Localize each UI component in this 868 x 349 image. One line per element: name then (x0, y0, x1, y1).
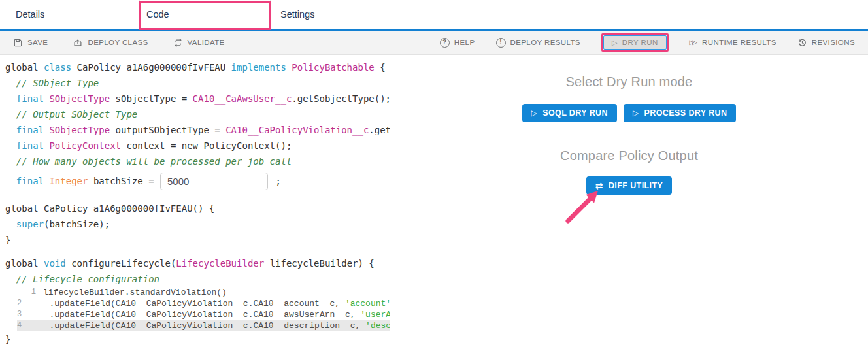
code-editor[interactable]: global class CaPolicy_a1A6g000000fIvFEAU… (0, 55, 390, 348)
policy-editor-app: Details Code Settings SAVE (0, 0, 868, 349)
code-token: } (5, 235, 10, 245)
code-token: final (16, 173, 50, 189)
save-button[interactable]: SAVE (13, 38, 48, 48)
code-line: // Lifecycle configuration (5, 271, 390, 287)
lifecycle-embedded-editor[interactable]: 1lifecycleBuilder.standardViolation()2 .… (17, 287, 390, 331)
validate-label: VALIDATE (188, 39, 225, 46)
code-token: CA10__CaPolicyViolation__c (225, 125, 369, 135)
code-line: // Output SObject Type (5, 107, 390, 122)
code-token (5, 219, 16, 229)
dry-run-button[interactable]: ▷ DRY RUN (603, 35, 667, 50)
code-token: ; (270, 173, 281, 189)
tab-settings[interactable]: Settings (271, 0, 401, 29)
diff-utility-label: DIFF UTILITY (609, 181, 663, 190)
code-token: CaPolicy_a1A6g000000fIvFEAU (77, 62, 231, 73)
code-token: final (16, 125, 50, 135)
code-line: global void configureLifecycle(Lifecycle… (5, 256, 390, 271)
main-content: global class CaPolicy_a1A6g000000fIvFEAU… (0, 55, 868, 348)
code-token: 'description' (365, 321, 390, 331)
editor-code-text: .updateField(CA10__CaPolicyViolation__c.… (29, 320, 390, 331)
code-line: final PolicyContext context = new Policy… (5, 138, 390, 154)
dry-run-annotation-box: ▷ DRY RUN (601, 33, 669, 52)
editor-row[interactable]: 4 .updateField(CA10__CaPolicyViolation__… (17, 320, 390, 331)
code-token: LifecycleBuilder (176, 258, 269, 269)
code-blank-line (5, 193, 390, 201)
deploy-results-button[interactable]: ! DEPLOY RESULTS (496, 38, 580, 48)
editor-toolbar: SAVE DEPLOY CLASS (0, 31, 868, 55)
save-label: SAVE (27, 39, 48, 46)
revisions-button[interactable]: REVISIONS (797, 38, 855, 48)
play-icon: ▷ (531, 109, 538, 117)
code-token: batchSize = (93, 173, 159, 189)
code-token: void (44, 258, 71, 269)
editor-row[interactable]: 2 .updateField(CA10__CaPolicyViolation__… (17, 298, 390, 309)
process-dry-run-button[interactable]: ▷ PROCESS DRY RUN (624, 104, 737, 122)
code-token: { (380, 62, 385, 73)
line-number: 4 (17, 320, 29, 331)
code-line: global class CaPolicy_a1A6g000000fIvFEAU… (5, 59, 390, 75)
deploy-class-icon (73, 38, 83, 48)
code-token: .updateField(CA10__CaPolicyViolation__c.… (29, 299, 345, 308)
help-button[interactable]: ? HELP (440, 38, 475, 48)
code-token (5, 173, 16, 189)
deploy-results-label: DEPLOY RESULTS (510, 39, 580, 46)
code-token: 'account' (345, 299, 390, 308)
code-token: final (16, 93, 50, 104)
deploy-class-button[interactable]: DEPLOY CLASS (73, 38, 148, 48)
code-token: sObjectType = (116, 93, 193, 104)
diff-utility-button[interactable]: ⇄ DIFF UTILITY (586, 176, 672, 195)
editor-row[interactable]: 1lifecycleBuilder.standardViolation() (17, 287, 390, 298)
code-token: // SObject Type (5, 78, 99, 88)
swap-arrows-icon: ⇄ (595, 181, 603, 190)
code-token: .updateField(CA10__CaPolicyViolation__c.… (29, 321, 365, 331)
validate-button[interactable]: VALIDATE (173, 38, 225, 48)
editor-row[interactable]: 3 .updateField(CA10__CaPolicyViolation__… (17, 309, 390, 320)
code-token: lifecycleBuilder) { (270, 258, 375, 269)
tab-details[interactable]: Details (0, 0, 140, 29)
editor-code-text: lifecycleBuilder.standardViolation() (43, 287, 227, 298)
editor-code-text: .updateField(CA10__CaPolicyViolation__c.… (29, 309, 390, 320)
code-token: .getSo (369, 125, 390, 135)
code-token: PolicyBatchable (292, 62, 380, 73)
runtime-results-label: RUNTIME RESULTS (702, 39, 776, 46)
code-line: global CaPolicy_a1A6g000000fIvFEAU() { (5, 201, 390, 216)
dry-run-title: Select Dry Run mode (390, 75, 868, 90)
tab-code[interactable]: Code (140, 0, 271, 29)
code-token: SObjectType (49, 125, 115, 135)
validate-icon (173, 38, 183, 48)
code-token: CA10__CaAwsUser__c (193, 93, 292, 104)
toolbar-right-group: ? HELP ! DEPLOY RESULTS ▷ DRY RUN ▷▷ RUN… (419, 33, 855, 52)
code-token: global (5, 258, 44, 269)
dry-run-panel: Select Dry Run mode ▷ SOQL DRY RUN ▷ PRO… (390, 55, 868, 348)
code-line: } (5, 232, 390, 248)
soql-dry-run-label: SOQL DRY RUN (542, 108, 608, 118)
code-token: global CaPolicy_a1A6g000000fIvFEAU() { (5, 203, 214, 214)
help-icon: ? (440, 38, 450, 48)
history-icon (797, 38, 807, 48)
batch-size-input[interactable] (160, 173, 268, 190)
dry-run-label: DRY RUN (622, 39, 658, 46)
line-number: 2 (17, 298, 29, 309)
diff-utility-row: ⇄ DIFF UTILITY (390, 176, 868, 195)
code-token: Integer (49, 173, 93, 189)
soql-dry-run-button[interactable]: ▷ SOQL DRY RUN (522, 104, 617, 122)
code-token: configureLifecycle( (71, 258, 176, 269)
code-token: super (16, 219, 44, 229)
process-dry-run-label: PROCESS DRY RUN (644, 108, 727, 118)
dry-run-buttons-row: ▷ SOQL DRY RUN ▷ PROCESS DRY RUN (390, 104, 868, 122)
runtime-results-button[interactable]: ▷▷ RUNTIME RESULTS (690, 39, 776, 46)
play-icon: ▷ (612, 39, 618, 46)
line-number: 1 (17, 287, 43, 298)
code-token: implements (231, 62, 292, 73)
editor-code-text: .updateField(CA10__CaPolicyViolation__c.… (29, 298, 390, 309)
fast-forward-icon: ▷▷ (690, 39, 697, 46)
code-token: .getSobjectType(); (292, 93, 390, 104)
code-token: final (16, 141, 50, 151)
code-token (5, 125, 16, 135)
play-icon: ▷ (633, 109, 639, 117)
code-blank-line (5, 248, 390, 256)
code-line: // How many objects will be processed pe… (5, 154, 390, 169)
compare-policy-title: Compare Policy Output (390, 148, 868, 163)
deploy-class-label: DEPLOY CLASS (88, 39, 148, 46)
code-line: } (5, 331, 390, 347)
